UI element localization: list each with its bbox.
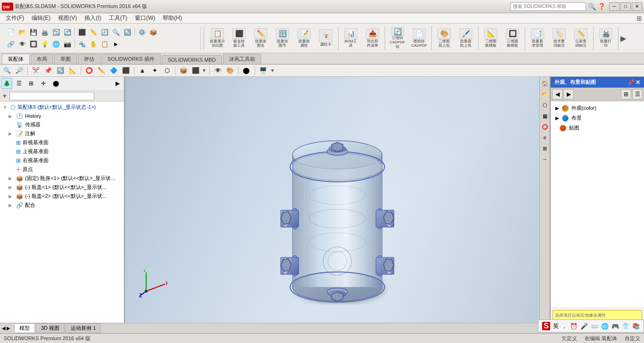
menu-file[interactable]: 文件(F) (2, 13, 28, 23)
tool-copy[interactable]: 📋 (99, 39, 110, 49)
panel-btn-plus[interactable]: ✛ (38, 78, 49, 89)
tab-scroll-right[interactable]: ▶ (7, 326, 10, 331)
ime-logo[interactable]: S (542, 322, 550, 330)
tool-color-mode[interactable]: 🎨 (225, 65, 235, 76)
btn-drawing-to-cad[interactable]: 📄 图纸转CADPDF (409, 27, 429, 49)
status-customize[interactable]: 自定义 (625, 335, 640, 342)
minimize-button[interactable]: ─ (609, 2, 619, 11)
close-button[interactable]: ✕ (632, 2, 642, 11)
tree-root[interactable]: ▼ ⬡ 装配体5 (默认<默认_显示状态-1>) (0, 103, 124, 112)
expand-icon[interactable]: ⊞ (636, 15, 642, 22)
vp-tool-folder[interactable]: 📂 (540, 90, 550, 99)
ime-mode-cn[interactable]: 英 (553, 322, 559, 330)
tool-more[interactable]: ▶ (111, 39, 121, 49)
tree-annotations[interactable]: ▶ 📝 注解 (0, 129, 124, 138)
tool-move[interactable]: ✋ (88, 39, 99, 49)
vp-tool-grid[interactable]: ▦ (540, 111, 550, 121)
tool-square[interactable]: ⬛ (121, 65, 131, 76)
menu-tools[interactable]: 工具(T) (105, 13, 131, 23)
appearance-decal-item[interactable]: 贴图 (553, 123, 642, 133)
btn-rename[interactable]: ✏️ 批量改图名 (250, 27, 271, 49)
tool-redo[interactable]: ↪️ (62, 27, 73, 38)
vp-tool-hex[interactable]: ⬡ (540, 100, 550, 110)
tool-component[interactable]: 📦 (148, 27, 158, 38)
tab-scroll-left[interactable]: ◀ (2, 326, 6, 331)
tool-open[interactable]: 📂 (17, 27, 27, 38)
tool-mate[interactable]: 🔩 (77, 39, 87, 49)
toolbar-more[interactable]: ▶ (620, 34, 626, 43)
btn-3d-to-cad[interactable]: 🔄 三维转CADPDF等 (387, 27, 408, 49)
right-panel-pin[interactable]: 📌 (627, 79, 635, 86)
btn-addnumber[interactable]: 🔢 批量加图号 (272, 27, 293, 49)
btn-bom[interactable]: 📊 BOM工具 (340, 27, 361, 49)
panel-btn-expand[interactable]: ▶ (112, 78, 123, 89)
search-input[interactable] (511, 2, 586, 11)
vp-tool-home[interactable]: 🏠 (540, 79, 550, 88)
tool-new[interactable]: 📄 (6, 27, 16, 38)
nav-back[interactable]: ◀ (552, 89, 562, 99)
tool-triangle[interactable]: ▲ (137, 65, 148, 76)
tool-pencil[interactable]: ✏️ (96, 65, 107, 76)
tree-bottlecap1[interactable]: ▶ 📦 (-) 瓶盖<1> (默认<<默认>_显示状... (0, 183, 124, 192)
tree-bottlebody[interactable]: ▶ 📦 (固定) 瓶身<1> (默认<<默认>_显示状... (0, 174, 124, 183)
tree-origin[interactable]: ✛ 原点 (0, 165, 124, 174)
right-panel-close[interactable]: ✕ (636, 79, 640, 86)
tab-evaluate[interactable]: 评估 (78, 54, 100, 64)
screen-dropdown[interactable]: ▼ (270, 68, 275, 73)
panel-btn-display[interactable]: ⬤ (50, 78, 61, 89)
tab-assembly[interactable]: 装配体 (2, 54, 30, 64)
tool-cursor[interactable]: ↖️ (55, 65, 66, 76)
tool-print[interactable]: 🖨️ (40, 27, 50, 38)
tool-3dview[interactable]: ⬛ (77, 27, 87, 38)
tool-settings[interactable]: ⚙️ (137, 27, 147, 38)
tab-sw-addins[interactable]: SOLIDWORKS 插件 (101, 54, 161, 64)
tool-view-mode[interactable]: ⬛ (190, 65, 201, 76)
ime-game[interactable]: 🎮 (611, 323, 619, 330)
btn-batch-req[interactable]: 📑 批量着求管理 (527, 27, 548, 49)
tree-top-plane[interactable]: ⊞ 上视基准面 (0, 147, 124, 156)
restore-button[interactable]: □ (620, 2, 631, 11)
tree-sensors[interactable]: 📡 传感器 (0, 120, 124, 129)
tool-circle[interactable]: ⭕ (84, 65, 94, 76)
bottom-tab-model[interactable]: 模型 (14, 323, 35, 333)
tool-camera[interactable]: 📷 (62, 39, 73, 49)
menu-view[interactable]: 视图(V) (54, 13, 81, 23)
btn-properties[interactable]: 📝 批量改属性 (294, 27, 314, 49)
tool-undo[interactable]: ↩️ (51, 27, 61, 38)
tool-comp1[interactable]: 📦 (178, 65, 189, 76)
vp-tool-circle[interactable]: ⭕ (540, 122, 550, 131)
3d-viewport[interactable]: X Y Z 🏠 📂 ⬡ ▦ ⭕ ≡ ⊞ → (125, 77, 550, 323)
btn-3d-template[interactable]: 🔲 三维随换模板 (502, 27, 523, 49)
nav-extra2[interactable]: ☰ (632, 89, 643, 99)
tree-mates[interactable]: ▶ 🔗 配合 (0, 201, 124, 210)
help-icon[interactable]: ❓ (598, 3, 605, 10)
view-dropdown[interactable]: ▼ (202, 68, 206, 73)
panel-btn-featuremanager[interactable]: 🌲 (1, 78, 12, 89)
vp-tool-arrow[interactable]: → (540, 155, 550, 164)
tool-select[interactable]: ↖️ (122, 27, 132, 38)
tool-measure[interactable]: 📏 (88, 27, 99, 38)
bottom-tab-motion[interactable]: 运动算例 1 (66, 323, 101, 333)
tool-rotate[interactable]: 🔄 (99, 27, 110, 38)
ime-keyboard[interactable]: ⌨️ (591, 323, 598, 330)
btn-propcard[interactable]: 🃏 属性卡 (315, 27, 336, 49)
btn-tech-note[interactable]: 🏷️ 技术要词标注 (549, 27, 570, 49)
vp-tool-table[interactable]: ⊞ (540, 144, 550, 153)
btn-tolerance[interactable]: 📏 公差查词标注 (570, 27, 591, 49)
tool-assemble[interactable]: 🔗 (6, 39, 16, 49)
tab-sketch[interactable]: 草图 (54, 54, 77, 64)
tool-display[interactable]: 💡 (40, 39, 50, 49)
ime-punct[interactable]: ， (561, 322, 567, 330)
tool-diamond[interactable]: 🔷 (108, 65, 119, 76)
menu-edit[interactable]: 编辑(E) (28, 13, 54, 23)
tool-light[interactable]: 🌐 (51, 39, 61, 49)
panel-btn-config[interactable]: ⊞ (25, 78, 37, 89)
tool-zoom[interactable]: 🔍 (111, 27, 121, 38)
tool-save[interactable]: 💾 (28, 27, 39, 38)
tree-right-plane[interactable]: ⊞ 右视基准面 (0, 156, 124, 165)
appearance-scene-item[interactable]: ▶ 布景 (553, 113, 642, 123)
vp-tool-list[interactable]: ≡ (540, 133, 550, 142)
ime-voice[interactable]: 🎤 (580, 323, 588, 330)
tool-render[interactable]: ⬤ (241, 65, 252, 76)
btn-template[interactable]: 📐 二维图换模板 (480, 27, 501, 49)
